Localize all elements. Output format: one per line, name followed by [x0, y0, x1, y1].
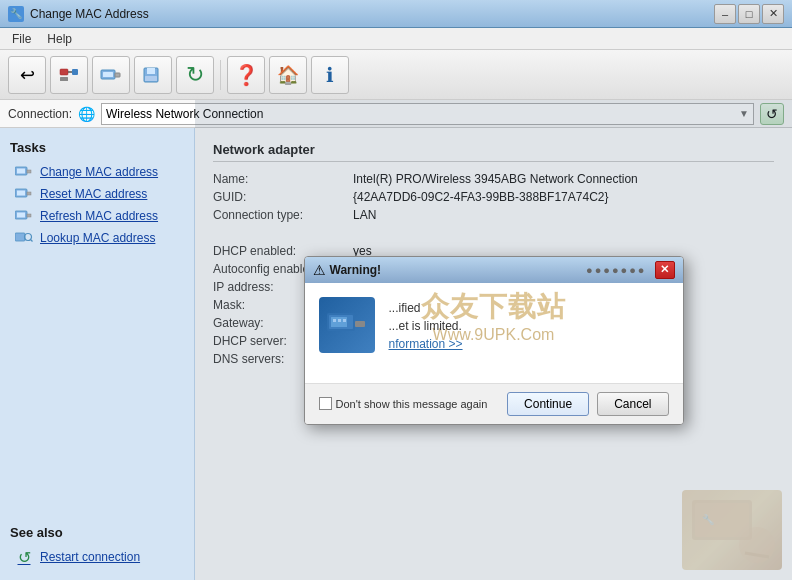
svg-rect-6 — [103, 72, 113, 77]
sidebar-item-change-mac-label: Change MAC address — [40, 165, 158, 179]
toolbar-help-btn[interactable]: ❓ — [227, 56, 265, 94]
menu-bar: File Help — [0, 28, 792, 50]
reset-mac-icon — [14, 186, 34, 202]
sidebar-item-refresh-mac-label: Refresh MAC address — [40, 209, 158, 223]
svg-rect-15 — [27, 192, 31, 195]
restart-connection-icon: ↺ — [14, 549, 34, 565]
svg-rect-12 — [27, 170, 31, 173]
toolbar-separator-1 — [220, 60, 221, 90]
menu-file[interactable]: File — [4, 30, 39, 48]
tasks-title: Tasks — [10, 140, 184, 155]
sidebar-item-lookup-mac[interactable]: Lookup MAC address — [10, 227, 184, 249]
toolbar-back-btn[interactable]: ↩ — [8, 56, 46, 94]
connection-label: Connection: — [8, 107, 72, 121]
svg-rect-14 — [17, 191, 25, 196]
close-button[interactable]: ✕ — [762, 4, 784, 24]
toolbar-refresh-btn[interactable]: ↻ — [176, 56, 214, 94]
dialog-body: 众友下载站 Www.9UPK.Com ...ified ...et is lim… — [305, 283, 683, 383]
sidebar-item-lookup-mac-label: Lookup MAC address — [40, 231, 155, 245]
lookup-mac-icon — [14, 230, 34, 246]
svg-rect-3 — [72, 69, 78, 75]
change-mac-icon — [14, 164, 34, 180]
minimize-button[interactable]: – — [714, 4, 736, 24]
sidebar-item-restart-label: Restart connection — [40, 550, 140, 564]
refresh-mac-icon — [14, 208, 34, 224]
maximize-button[interactable]: □ — [738, 4, 760, 24]
connection-network-icon: 🌐 — [78, 106, 95, 122]
toolbar-save-btn[interactable] — [134, 56, 172, 94]
window-controls: – □ ✕ — [714, 4, 784, 24]
svg-rect-8 — [147, 68, 155, 74]
title-bar: 🔧 Change MAC Address – □ ✕ — [0, 0, 792, 28]
svg-rect-9 — [145, 76, 157, 81]
menu-help[interactable]: Help — [39, 30, 80, 48]
toolbar-info-btn[interactable]: ℹ — [311, 56, 349, 94]
dialog-footer: Don't show this message again Continue C… — [305, 383, 683, 424]
dialog-title-blurred: ●●●●●●● — [586, 264, 647, 276]
dont-show-again-checkbox[interactable] — [319, 397, 332, 410]
dialog-text-line1: ...ified — [389, 301, 669, 315]
dialog-text-line2: ...et is limited. — [389, 319, 669, 333]
app-icon: 🔧 — [8, 6, 24, 22]
svg-point-20 — [25, 234, 32, 241]
toolbar-network-btn[interactable] — [50, 56, 88, 94]
dialog-close-button[interactable]: ✕ — [655, 261, 675, 279]
toolbar-home-btn[interactable]: 🏠 — [269, 56, 307, 94]
svg-rect-19 — [15, 233, 25, 241]
svg-rect-17 — [17, 213, 25, 218]
dialog-overlay: ⚠ Warning! ●●●●●●● ✕ — [195, 100, 792, 580]
sidebar-item-reset-mac-label: Reset MAC address — [40, 187, 147, 201]
sidebar-item-refresh-mac[interactable]: Refresh MAC address — [10, 205, 184, 227]
see-also-title: See also — [10, 525, 184, 540]
svg-rect-11 — [17, 169, 25, 174]
svg-rect-1 — [60, 77, 68, 81]
svg-rect-5 — [115, 73, 120, 77]
sidebar-item-reset-mac[interactable]: Reset MAC address — [10, 183, 184, 205]
more-information-link[interactable]: nformation >> — [389, 337, 669, 351]
toolbar: ↩ ↻ ❓ 🏠 ℹ — [0, 50, 792, 100]
dont-show-again-area: Don't show this message again — [319, 397, 500, 410]
window-title: Change MAC Address — [30, 7, 714, 21]
sidebar: Tasks Change MAC address Reset MAC addre… — [0, 128, 195, 580]
toolbar-adapter-btn[interactable] — [92, 56, 130, 94]
svg-rect-18 — [27, 214, 31, 217]
dont-show-again-label: Don't show this message again — [336, 398, 488, 410]
cancel-button[interactable]: Cancel — [597, 392, 668, 416]
dialog-title: Warning! — [330, 263, 586, 277]
dialog-text-content: ...ified ...et is limited. nformation >> — [389, 297, 669, 351]
dialog-title-bar: ⚠ Warning! ●●●●●●● ✕ — [305, 257, 683, 283]
warning-icon: ⚠ — [313, 262, 326, 278]
svg-rect-0 — [60, 69, 68, 75]
warning-dialog: ⚠ Warning! ●●●●●●● ✕ — [304, 256, 684, 425]
continue-button[interactable]: Continue — [507, 392, 589, 416]
svg-line-21 — [31, 240, 33, 242]
sidebar-item-restart-connection[interactable]: ↺ Restart connection — [10, 546, 184, 568]
sidebar-item-change-mac[interactable]: Change MAC address — [10, 161, 184, 183]
see-also-section: See also ↺ Restart connection — [10, 513, 184, 568]
